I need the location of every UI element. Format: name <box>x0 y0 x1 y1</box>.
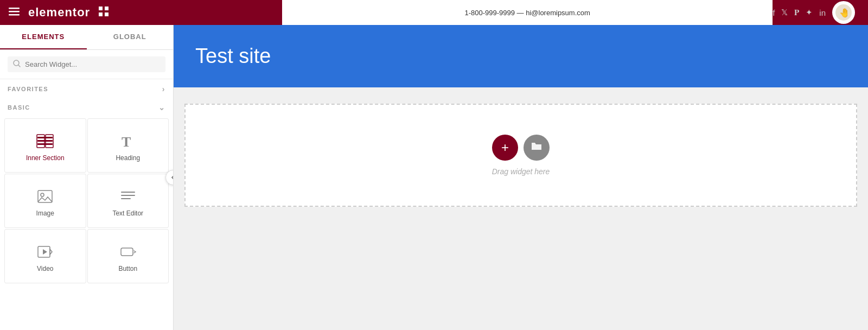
svg-text:🤚: 🤚 <box>839 8 850 18</box>
site-header: Test site <box>174 25 868 87</box>
inner-section-icon <box>36 132 54 150</box>
grid-icon[interactable] <box>99 7 108 19</box>
basic-section-header: BASIC ⌄ <box>0 98 173 116</box>
favorites-section-header: FAVORITES › <box>0 79 173 98</box>
button-icon <box>119 243 137 261</box>
canvas-body: + Drag widget here <box>174 87 868 330</box>
main-canvas: Test site + Drag widge <box>174 25 868 330</box>
search-input[interactable] <box>25 60 160 68</box>
widget-video[interactable]: Video <box>4 229 86 283</box>
widget-image[interactable]: Image <box>4 174 86 228</box>
svg-rect-2 <box>9 14 20 16</box>
app-layout: ELEMENTS GLOBAL FAVORITES › BASIC <box>0 0 868 330</box>
topbar-left: elementor <box>9 5 108 20</box>
tab-global[interactable]: GLOBAL <box>87 25 174 49</box>
wp-avatar[interactable]: 🤚 <box>832 1 855 24</box>
basic-label: BASIC <box>8 104 30 111</box>
facebook-icon[interactable]: f <box>773 8 775 17</box>
text-editor-icon <box>119 188 137 205</box>
drop-zone[interactable]: + Drag widget here <box>184 104 857 207</box>
svg-rect-11 <box>37 137 53 138</box>
topbar-social: f 𝕏 𝐏 ✦ in 🤚 <box>773 1 859 24</box>
folder-button[interactable] <box>524 135 550 161</box>
svg-rect-4 <box>105 7 108 10</box>
svg-marker-23 <box>50 249 52 255</box>
topbar: elementor 1-800-999-9999 — hi@loremipsum… <box>0 0 868 25</box>
image-label: Image <box>36 210 54 217</box>
widget-heading[interactable]: T Heading <box>87 118 169 173</box>
search-box <box>0 50 173 79</box>
folder-icon <box>531 140 542 155</box>
favorites-label: FAVORITES <box>8 86 48 92</box>
inner-section-label: Inner Section <box>26 154 65 162</box>
svg-rect-13 <box>37 143 53 145</box>
svg-rect-0 <box>9 8 20 9</box>
svg-rect-5 <box>99 12 103 16</box>
pinterest-icon[interactable]: 𝐏 <box>794 8 799 17</box>
linkedin-icon[interactable]: in <box>819 8 826 17</box>
twitter-icon[interactable]: 𝕏 <box>781 8 788 17</box>
topbar-logo: elementor <box>28 5 90 20</box>
svg-rect-12 <box>37 140 53 142</box>
sidebar: ELEMENTS GLOBAL FAVORITES › BASIC <box>0 25 174 330</box>
menu-icon[interactable] <box>9 6 20 20</box>
basic-chevron[interactable]: ⌄ <box>158 103 166 112</box>
widget-button[interactable]: Button <box>87 229 169 283</box>
video-label: Video <box>37 265 53 272</box>
svg-rect-25 <box>121 248 133 256</box>
yelp-icon[interactable]: ✦ <box>806 8 813 17</box>
topbar-contact: 1-800-999-9999 — hi@loremipsum.com <box>282 0 773 25</box>
image-icon <box>36 188 54 205</box>
text-editor-label: Text Editor <box>112 210 143 217</box>
svg-line-10 <box>18 65 20 67</box>
svg-text:T: T <box>122 134 131 150</box>
search-icon <box>13 60 21 69</box>
svg-rect-1 <box>9 11 20 12</box>
drop-hint: Drag widget here <box>492 167 550 176</box>
widget-inner-section[interactable]: Inner Section <box>4 118 86 173</box>
svg-marker-24 <box>43 249 47 255</box>
add-widget-button[interactable]: + <box>492 135 518 161</box>
tab-elements[interactable]: ELEMENTS <box>0 25 87 49</box>
favorites-chevron[interactable]: › <box>162 85 165 93</box>
widgets-grid: Inner Section T Heading <box>0 116 173 285</box>
sidebar-tabs: ELEMENTS GLOBAL <box>0 25 173 50</box>
svg-rect-3 <box>99 7 103 10</box>
widget-text-editor[interactable]: Text Editor <box>87 174 169 228</box>
heading-label: Heading <box>116 154 140 162</box>
video-icon <box>36 243 54 261</box>
search-wrapper <box>8 56 165 72</box>
svg-point-18 <box>41 193 44 196</box>
svg-rect-6 <box>105 12 108 16</box>
button-label: Button <box>118 265 137 272</box>
site-title: Test site <box>195 45 846 68</box>
heading-icon: T <box>119 132 137 150</box>
drop-zone-actions: + <box>492 135 550 161</box>
plus-icon: + <box>501 141 509 154</box>
